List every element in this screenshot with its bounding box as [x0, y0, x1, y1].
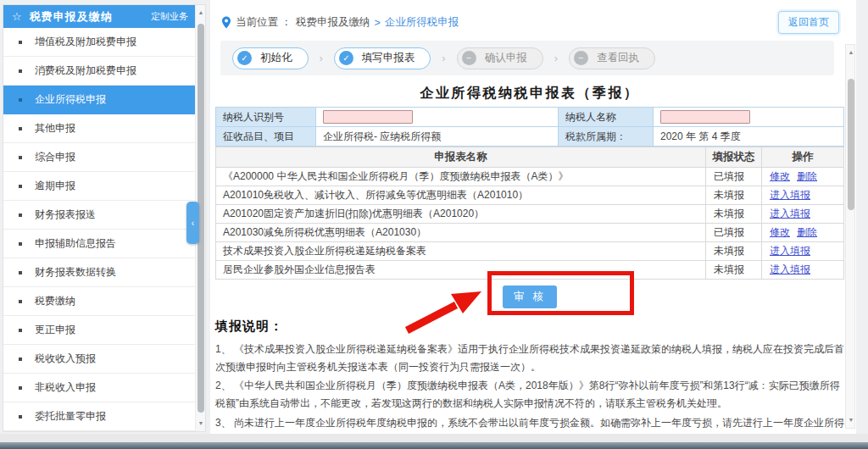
- sidebar-item[interactable]: 逾期申报: [3, 172, 197, 201]
- sidebar-item-label: 委托批量零申报: [35, 409, 106, 424]
- table-row: 居民企业参股外国企业信息报告表 未填报 进入填报: [216, 261, 844, 280]
- note-item: 1、 《技术成果投资入股企业所得税递延纳税备案表》适用于执行企业所得税技术成果投…: [215, 341, 844, 375]
- breadcrumb-prefix: 当前位置 ：: [236, 15, 292, 30]
- col-header-fill-status: 填报状态: [706, 147, 762, 168]
- table-row: 技术成果投资入股企业所得税递延纳税备案表 未填报 进入填报: [216, 242, 844, 261]
- sidebar-item-label: 逾期申报: [35, 179, 75, 193]
- sidebar-item[interactable]: 申报辅助信息报告: [3, 230, 197, 258]
- audit-button[interactable]: 审 核: [503, 285, 556, 308]
- form-title: 企业所得税纳税申报表（季报）: [215, 85, 844, 103]
- row-action-link[interactable]: 进入填报: [770, 263, 810, 275]
- step-label: 初始化: [260, 51, 292, 65]
- sidebar-item[interactable]: 委托批量零申报: [3, 402, 197, 431]
- fill-status-cell: 未填报: [706, 261, 762, 280]
- notes-title: 填报说明：: [215, 319, 844, 335]
- row-action-link[interactable]: 修改: [770, 226, 790, 238]
- main-scrollbar-thumb[interactable]: [848, 79, 854, 210]
- levy-item-value: 企业所得税- 应纳税所得额: [316, 127, 559, 147]
- custom-business-link[interactable]: 定制业务: [151, 10, 188, 23]
- bullet-icon: [19, 156, 22, 159]
- sidebar-item[interactable]: 综合申报: [3, 143, 197, 172]
- fill-status-cell: 已填报: [706, 224, 762, 242]
- step-label: 确认申报: [485, 51, 527, 65]
- taxpayer-id-label: 纳税人识别号: [216, 108, 316, 127]
- sidebar-item[interactable]: 更正申报: [3, 316, 197, 345]
- step-state-icon: −: [574, 51, 588, 65]
- bullet-icon: [19, 185, 22, 188]
- bullet-icon: [19, 358, 22, 361]
- location-pin-icon: [221, 16, 231, 29]
- table-row: 《A200000 中华人民共和国企业所得税月（季）度预缴纳税申报表（A类）》 已…: [216, 168, 844, 186]
- sidebar-item[interactable]: 企业所得税申报: [3, 86, 197, 114]
- sidebar-item-label: 消费税及附加税费申报: [35, 64, 136, 78]
- audit-row: 审 核: [215, 280, 844, 311]
- taxpayer-id-cell: [316, 108, 559, 127]
- bullet-icon: [19, 300, 22, 303]
- operation-cell: 进入填报: [762, 261, 844, 280]
- sidebar-collapse-handle[interactable]: ‹: [186, 202, 199, 244]
- bullet-icon: [19, 98, 22, 102]
- bullet-icon: [19, 242, 22, 246]
- steps-bar: ✓ 初始化 › ✓ 填写申报表 › − 确认申报 › − 查看回执: [220, 41, 834, 75]
- row-action-link[interactable]: 进入填报: [770, 208, 810, 219]
- note-item: 2、 《中华人民共和国企业所得税月（季）度预缴纳税申报表（A类，2018年版）》…: [215, 377, 844, 412]
- sidebar-item[interactable]: 财务报表数据转换: [3, 258, 197, 287]
- sidebar-item[interactable]: 税收收入预报: [3, 345, 197, 374]
- step-separator-icon: ›: [442, 52, 445, 64]
- taxpayer-info-grid: 纳税人识别号 纳税人名称 征收品目、项目 企业所得税- 应纳税所得额 税款所属期…: [215, 107, 844, 147]
- sidebar-item-label: 申报辅助信息报告: [35, 236, 116, 251]
- row-action-link[interactable]: 进入填报: [770, 189, 810, 201]
- bullet-icon: [19, 415, 22, 419]
- taxpayer-name-input[interactable]: [660, 110, 750, 124]
- fill-status-cell: 未填报: [706, 242, 762, 261]
- forms-table: 申报表名称 填报状态 操作 《A200000 中华人民共和国企业所得税月（季）度…: [215, 147, 844, 280]
- breadcrumb-parent: 税费申报及缴纳: [296, 15, 370, 30]
- row-action-link[interactable]: 删除: [797, 226, 817, 238]
- star-icon: ☆: [12, 10, 22, 23]
- scroll-up-icon[interactable]: ▲: [196, 7, 206, 19]
- breadcrumb-arrow: >: [374, 17, 380, 29]
- taxpayer-id-input[interactable]: [323, 110, 413, 124]
- sidebar-item-label: 增值税及附加税费申报: [35, 35, 136, 49]
- step-pill[interactable]: − 查看回执: [569, 47, 655, 69]
- form-name-cell: 《A200000 中华人民共和国企业所得税月（季）度预缴纳税申报表（A类）》: [216, 168, 706, 186]
- return-home-button[interactable]: 返回首页: [778, 11, 839, 34]
- sidebar-title: 税费申报及缴纳: [30, 9, 151, 25]
- operation-cell: 修改删除: [762, 168, 844, 186]
- notes-list: 1、 《技术成果投资入股企业所得税递延纳税备案表》适用于执行企业所得税技术成果投…: [215, 341, 844, 449]
- step-state-icon: −: [462, 51, 476, 65]
- sidebar-item[interactable]: 消费税及附加税费申报: [3, 57, 197, 86]
- scroll-down-icon[interactable]: ▼: [196, 418, 206, 430]
- bullet-icon: [19, 127, 22, 130]
- sidebar-item[interactable]: 其他申报: [3, 114, 197, 143]
- sidebar-item-label: 非税收入申报: [35, 380, 96, 395]
- main-scroll-up-icon[interactable]: ▲: [846, 47, 856, 58]
- row-action-link[interactable]: 进入填报: [770, 245, 810, 257]
- forms-table-body: 《A200000 中华人民共和国企业所得税月（季）度预缴纳税申报表（A类）》 已…: [216, 168, 844, 280]
- taxpayer-name-cell: [654, 108, 843, 127]
- main-scroll-down-icon[interactable]: ▼: [846, 414, 856, 426]
- table-row: A201020固定资产加速折旧(扣除)优惠明细表（A201020） 未填报 进入…: [216, 205, 844, 224]
- row-action-link[interactable]: 删除: [797, 170, 817, 182]
- row-action-link[interactable]: 修改: [770, 170, 790, 182]
- form-name-cell: 技术成果投资入股企业所得税递延纳税备案表: [216, 242, 706, 261]
- main-scrollbar[interactable]: ▲ ▼: [845, 44, 855, 429]
- sidebar-item[interactable]: 税费缴纳: [3, 287, 197, 316]
- sidebar-item[interactable]: 财务报表报送: [3, 201, 197, 230]
- sidebar-item-label: 财务报表报送: [35, 208, 96, 222]
- sidebar-item[interactable]: 增值税及附加税费申报: [3, 28, 197, 57]
- main-content: 当前位置 ： 税费申报及缴纳 > 企业所得税申报 返回首页 ✓ 初始化 › ✓ …: [210, 0, 856, 434]
- sidebar-item[interactable]: 非税收入申报: [3, 374, 197, 402]
- sidebar-item-label: 财务报表数据转换: [35, 265, 116, 280]
- step-pill[interactable]: ✓ 初始化: [232, 47, 309, 69]
- bullet-icon: [19, 329, 22, 332]
- sidebar-menu: 增值税及附加税费申报 消费税及附加税费申报 企业所得税申报 其他申报 综合申报 …: [3, 28, 197, 431]
- fill-status-cell: 未填报: [706, 186, 762, 205]
- operation-cell: 修改删除: [762, 224, 844, 242]
- step-separator-icon: ›: [320, 52, 323, 64]
- step-pill[interactable]: ✓ 填写申报表: [334, 47, 431, 69]
- sidebar-item-label: 更正申报: [35, 323, 75, 337]
- table-row: A201030减免所得税优惠明细表（A201030） 已填报 修改删除: [216, 224, 844, 242]
- step-pill[interactable]: − 确认申报: [457, 47, 543, 69]
- breadcrumb-current-link[interactable]: 企业所得税申报: [385, 15, 459, 30]
